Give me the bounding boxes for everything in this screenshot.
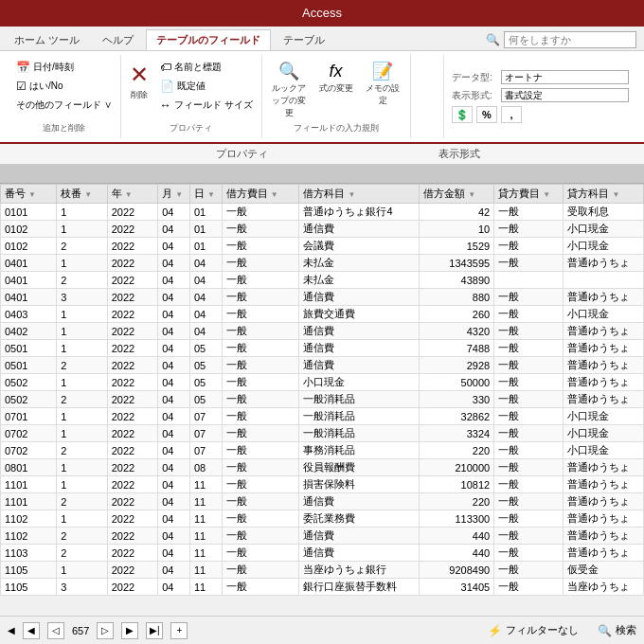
table-row[interactable]: 1102220220411一般通信費440一般普通ゆうちょ	[1, 528, 644, 545]
more-fields-label: その他のフィールド ∨	[16, 98, 112, 112]
ribbon-tabs: ホーム ツール ヘルプ テーブルのフィールド テーブル 🔍	[0, 27, 644, 51]
data-type-label: データ型:	[452, 71, 497, 84]
table-row[interactable]: 1105120220411一般当座ゆうちょ銀行9208490一般仮受金	[1, 562, 644, 579]
field-validation-group-label: フィールドの入力規則	[294, 122, 379, 134]
properties-bar: プロパティ 表示形式	[0, 144, 644, 165]
search-input[interactable]	[504, 31, 636, 48]
table-row[interactable]: 1103220220411一般通信費440一般普通ゆうちょ	[1, 545, 644, 562]
display-format-input[interactable]	[501, 88, 629, 102]
view-area	[0, 165, 644, 184]
nav-next-btn[interactable]: ▶	[121, 622, 138, 639]
col-header-karikata-kingaku: 借方金額 ▼	[420, 185, 494, 204]
table-row[interactable]: 0501220220405一般通信費2928一般普通ゆうちょ	[1, 357, 644, 374]
properties-group-label: プロパティ	[170, 122, 212, 134]
ribbon-content: 📅 日付/時刻 ☑ はい/No その他のフィールド ∨ 追加と削除	[0, 51, 644, 144]
field-validation-group: 🔍 ルックアップの変更 fx 式の変更 📝 メモの設定 フィールドの入力規則	[262, 55, 411, 138]
field-size-icon: ↔	[160, 98, 171, 112]
name-title-btn[interactable]: 🏷 名前と標題	[157, 59, 256, 76]
record-icon: ◀	[8, 625, 15, 635]
datetime-btn[interactable]: 📅 日付/時刻	[13, 59, 77, 76]
data-type-input[interactable]	[501, 70, 629, 84]
datetime-icon: 📅	[16, 61, 30, 74]
table-header: 番号 ▼ 枝番 ▼ 年 ▼ 月 ▼ 日 ▼ 借方費目 ▼ 借方科目 ▼ 借方金額…	[1, 185, 644, 204]
col-header-tsuki: 月 ▼	[158, 185, 190, 204]
nav-last-btn[interactable]: ▶|	[146, 622, 163, 639]
table-row[interactable]: 0401120220404一般未払金1343595一般普通ゆうちょ	[1, 255, 644, 272]
add-delete-group: 📅 日付/時刻 ☑ はい/No その他のフィールド ∨ 追加と削除	[8, 55, 121, 138]
nav-new-btn[interactable]: +	[170, 622, 188, 639]
display-format-row: 表示形式:	[452, 88, 629, 102]
default-value-btn[interactable]: 📄 既定値	[157, 78, 256, 95]
field-size-btn[interactable]: ↔ フィールド サイズ	[157, 97, 256, 114]
table-row[interactable]: 0102220220401一般会議費1529一般小口現金	[1, 238, 644, 255]
properties-group: ✕ 削除 🏷 名前と標題 📄 既定値	[121, 55, 262, 138]
table-row[interactable]: 0501120220405一般通信費7488一般普通ゆうちょ	[1, 340, 644, 357]
properties-small-btns: 🏷 名前と標題 📄 既定値 ↔ フィールド サイズ	[157, 59, 256, 114]
record-count-label: 657	[72, 625, 89, 636]
col-header-karikata-himoku: 借方費目 ▼	[222, 185, 299, 204]
lookup-change-btn[interactable]: 🔍 ルックアップの変更	[268, 59, 311, 122]
formula-label: 式の変更	[319, 82, 353, 95]
col-header-kashikata-himoku: 貸方費目 ▼	[494, 185, 564, 204]
filter-icon: ⚡	[488, 624, 502, 637]
delete-label: 削除	[131, 89, 148, 101]
table-row[interactable]: 0102120220401一般通信費10一般小口現金	[1, 221, 644, 238]
display-format-label: 表示形式:	[452, 89, 497, 102]
table-row[interactable]: 0403120220404一般旅費交通費260一般小口現金	[1, 306, 644, 323]
tab-table-fields[interactable]: テーブルのフィールド	[146, 29, 271, 50]
tab-help[interactable]: ヘルプ	[92, 29, 144, 50]
table-row[interactable]: 0101120220401一般普通ゆうちょ銀行442一般受取利息	[1, 204, 644, 221]
add-delete-items: 📅 日付/時刻 ☑ はい/No その他のフィールド ∨	[13, 59, 115, 122]
name-title-icon: 🏷	[160, 61, 171, 74]
more-fields-btn[interactable]: その他のフィールド ∨	[13, 97, 115, 114]
default-value-label: 既定値	[177, 80, 206, 93]
ribbon-search-area: 🔍	[486, 31, 636, 50]
format-icons-row: 💲 % ,	[452, 106, 629, 123]
table-row[interactable]: 1102120220411一般委託業務費113300一般普通ゆうちょ	[1, 510, 644, 528]
delete-icon: ✕	[130, 62, 149, 89]
field-validation-items: 🔍 ルックアップの変更 fx 式の変更 📝 メモの設定	[268, 59, 404, 122]
table-row[interactable]: 0801120220408一般役員報酬費210000一般普通ゆうちょ	[1, 459, 644, 476]
ribbon-groups: 📅 日付/時刻 ☑ はい/No その他のフィールド ∨ 追加と削除	[8, 55, 436, 138]
table-row[interactable]: 0702120220407一般一般消耗品3324一般小口現金	[1, 425, 644, 442]
table-body: 0101120220401一般普通ゆうちょ銀行442一般受取利息01021202…	[1, 204, 644, 596]
lookup-change-label: ルックアップの変更	[271, 82, 308, 119]
formula-icon: fx	[330, 62, 343, 82]
nav-prev-page-btn[interactable]: ◁	[47, 622, 64, 639]
format-icon-yen[interactable]: 💲	[452, 106, 473, 123]
filter-area: ⚡ フィルターなし	[488, 623, 579, 637]
tab-table[interactable]: テーブル	[273, 29, 335, 50]
memo-settings-btn[interactable]: 📝 メモの設定	[362, 59, 404, 110]
table-row[interactable]: 1105320220411一般銀行口座振替手数料31405一般当座ゆうちょ	[1, 579, 644, 596]
col-header-nen: 年 ▼	[107, 185, 158, 204]
table-row[interactable]: 0502220220405一般一般消耗品330一般普通ゆうちょ	[1, 391, 644, 408]
formula-btn[interactable]: fx 式の変更	[316, 59, 356, 98]
table-row[interactable]: 0702220220407一般事務消耗品220一般小口現金	[1, 442, 644, 459]
search-area: 🔍 検索	[598, 623, 636, 637]
col-header-hi: 日 ▼	[189, 185, 222, 204]
memo-icon: 📝	[372, 62, 393, 82]
tab-home-tools[interactable]: ホーム ツール	[4, 29, 90, 50]
col-header-kashikata-kamoku: 貸方科目 ▼	[564, 185, 644, 204]
format-icon-percent[interactable]: %	[476, 106, 497, 123]
properties-center-label: プロパティ	[216, 147, 268, 161]
delete-button[interactable]: ✕ 削除	[127, 59, 152, 104]
table-wrapper[interactable]: 番号 ▼ 枝番 ▼ 年 ▼ 月 ▼ 日 ▼ 借方費目 ▼ 借方科目 ▼ 借方金額…	[0, 184, 644, 623]
search-status-icon: 🔍	[598, 624, 612, 637]
yesno-label: はい/No	[29, 80, 63, 93]
yesno-btn[interactable]: ☑ はい/No	[13, 78, 66, 95]
title-bar: Access	[0, 0, 644, 27]
filter-label: フィルターなし	[506, 623, 579, 637]
search-icon: 🔍	[486, 33, 500, 46]
table-row[interactable]: 0401320220404一般通信費880一般普通ゆうちょ	[1, 289, 644, 306]
table-row[interactable]: 0402120220404一般通信費4320一般普通ゆうちょ	[1, 323, 644, 340]
search-status-label: 検索	[616, 623, 636, 637]
table-row[interactable]: 1101220220411一般通信費220一般普通ゆうちょ	[1, 493, 644, 510]
table-row[interactable]: 0701120220407一般一般消耗品32862一般小口現金	[1, 408, 644, 425]
format-icon-comma[interactable]: ,	[501, 106, 522, 123]
nav-next-page-btn[interactable]: ▷	[97, 622, 114, 639]
table-row[interactable]: 0401220220404一般未払金43890	[1, 272, 644, 289]
table-row[interactable]: 1101120220411一般損害保険料10812一般普通ゆうちょ	[1, 476, 644, 493]
table-row[interactable]: 0502120220405一般小口現金50000一般普通ゆうちょ	[1, 374, 644, 391]
nav-prev-btn[interactable]: ◀	[23, 622, 40, 639]
